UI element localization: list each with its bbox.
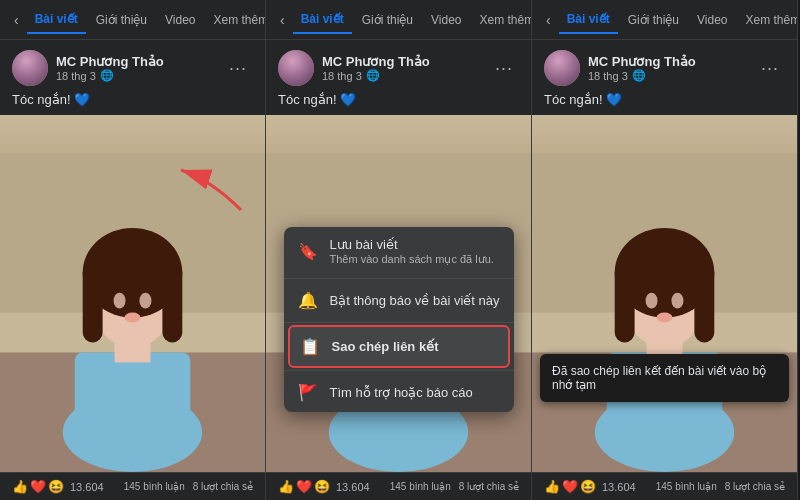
svg-rect-36 bbox=[694, 263, 714, 343]
share-count-1: 8 lượt chia sẻ bbox=[193, 481, 253, 492]
post-footer-3: 👍 ❤️ 😆 13.604 145 bình luận 8 lượt chia … bbox=[532, 472, 797, 500]
menu-item-report[interactable]: 🚩 Tìm hỗ trợ hoặc báo cáo bbox=[284, 373, 514, 412]
svg-rect-35 bbox=[615, 263, 635, 343]
globe-icon-3: 🌐 bbox=[632, 69, 646, 82]
svg-point-10 bbox=[114, 293, 126, 309]
post-info-3: MC Phương Thảo 18 thg 3 🌐 bbox=[588, 54, 755, 82]
post-date-1: 18 thg 3 bbox=[56, 70, 96, 82]
share-count-2: 8 lượt chia sẻ bbox=[459, 481, 519, 492]
menu-item-notify[interactable]: 🔔 Bật thông báo về bài viết này bbox=[284, 281, 514, 320]
copy-icon: 📋 bbox=[300, 337, 320, 356]
svg-point-12 bbox=[125, 313, 141, 323]
laugh-icon-1: 😆 bbox=[48, 479, 64, 494]
avatar-2 bbox=[278, 50, 314, 86]
heart-icon-1: ❤️ bbox=[30, 479, 46, 494]
flag-icon: 🚩 bbox=[298, 383, 318, 402]
post-header-1: MC Phương Thảo 18 thg 3 🌐 ··· bbox=[0, 40, 265, 92]
post-info-1: MC Phương Thảo 18 thg 3 🌐 bbox=[56, 54, 223, 82]
toast-notification: Đã sao chép liên kết đến bài viết vào bộ… bbox=[540, 354, 789, 402]
post-author-1: MC Phương Thảo bbox=[56, 54, 223, 69]
post-footer-1: 👍 ❤️ 😆 13.604 145 bình luận 8 lượt chia … bbox=[0, 472, 265, 500]
nav-tabs-2: ‹ Bài viết Giới thiệu Video Xem thêm ▾ 🔍 bbox=[266, 0, 531, 40]
laugh-icon-2: 😆 bbox=[314, 479, 330, 494]
tab-video-2[interactable]: Video bbox=[423, 7, 469, 33]
heart-icon-2: ❤️ bbox=[296, 479, 312, 494]
tab-gioiThieu-3[interactable]: Giới thiệu bbox=[620, 7, 687, 33]
svg-rect-4 bbox=[75, 352, 191, 452]
tab-baiViet-2[interactable]: Bài viết bbox=[293, 6, 352, 34]
svg-point-38 bbox=[671, 293, 683, 309]
menu-item-notify-title: Bật thông báo về bài viết này bbox=[330, 293, 500, 308]
menu-item-copy-content: Sao chép liên kết bbox=[332, 339, 498, 354]
comment-count-2: 145 bình luận bbox=[390, 481, 451, 492]
like-icon-2: 👍 bbox=[278, 479, 294, 494]
menu-item-copy-link[interactable]: 📋 Sao chép liên kết bbox=[288, 325, 510, 368]
reaction-icons-3: 👍 ❤️ 😆 13.604 bbox=[544, 479, 636, 494]
toast-text: Đã sao chép liên kết đến bài viết vào bộ… bbox=[552, 364, 766, 392]
tab-gioiThieu-2[interactable]: Giới thiệu bbox=[354, 7, 421, 33]
menu-divider-2 bbox=[284, 322, 514, 323]
post-text-1: Tóc ngắn! 💙 bbox=[0, 92, 265, 115]
share-count-3: 8 lượt chia sẻ bbox=[725, 481, 785, 492]
panel-2: ‹ Bài viết Giới thiệu Video Xem thêm ▾ 🔍… bbox=[266, 0, 532, 500]
tab-baiViet-3[interactable]: Bài viết bbox=[559, 6, 618, 34]
menu-item-save-title: Lưu bài viết bbox=[330, 237, 500, 252]
back-button-3[interactable]: ‹ bbox=[540, 8, 557, 32]
reaction-count-2: 13.604 bbox=[336, 481, 370, 493]
photo-area-1 bbox=[0, 115, 265, 472]
post-date-2: 18 thg 3 bbox=[322, 70, 362, 82]
heart-icon-3: ❤️ bbox=[562, 479, 578, 494]
menu-item-notify-content: Bật thông báo về bài viết này bbox=[330, 293, 500, 308]
more-button-1[interactable]: ··· bbox=[223, 54, 253, 83]
svg-rect-9 bbox=[162, 263, 182, 343]
post-info-2: MC Phương Thảo 18 thg 3 🌐 bbox=[322, 54, 489, 82]
post-stats-2: 145 bình luận 8 lượt chia sẻ bbox=[390, 481, 519, 492]
tab-gioiThieu-1[interactable]: Giới thiệu bbox=[88, 7, 155, 33]
like-icon-3: 👍 bbox=[544, 479, 560, 494]
svg-point-11 bbox=[139, 293, 151, 309]
like-icon-1: 👍 bbox=[12, 479, 28, 494]
post-date-3: 18 thg 3 bbox=[588, 70, 628, 82]
tab-xemThem-3[interactable]: Xem thêm ▾ bbox=[738, 7, 798, 33]
comment-count-3: 145 bình luận bbox=[656, 481, 717, 492]
panel-1: ‹ Bài viết Giới thiệu Video Xem thêm ▾ 🔍… bbox=[0, 0, 266, 500]
nav-tabs-1: ‹ Bài viết Giới thiệu Video Xem thêm ▾ 🔍 bbox=[0, 0, 265, 40]
more-button-3[interactable]: ··· bbox=[755, 54, 785, 83]
tab-video-3[interactable]: Video bbox=[689, 7, 735, 33]
menu-item-report-content: Tìm hỗ trợ hoặc báo cáo bbox=[330, 385, 500, 400]
avatar-1 bbox=[12, 50, 48, 86]
post-header-3: MC Phương Thảo 18 thg 3 🌐 ··· bbox=[532, 40, 797, 92]
globe-icon-2: 🌐 bbox=[366, 69, 380, 82]
comment-count-1: 145 bình luận bbox=[124, 481, 185, 492]
post-text-2: Tóc ngắn! 💙 bbox=[266, 92, 531, 115]
menu-divider-3 bbox=[284, 370, 514, 371]
svg-rect-8 bbox=[83, 263, 103, 343]
menu-item-report-title: Tìm hỗ trợ hoặc báo cáo bbox=[330, 385, 500, 400]
avatar-3 bbox=[544, 50, 580, 86]
menu-item-save[interactable]: 🔖 Lưu bài viết Thêm vào danh sách mục đã… bbox=[284, 227, 514, 276]
reaction-count-3: 13.604 bbox=[602, 481, 636, 493]
reaction-icons-1: 👍 ❤️ 😆 13.604 bbox=[12, 479, 104, 494]
back-button-2[interactable]: ‹ bbox=[274, 8, 291, 32]
tab-xemThem-1[interactable]: Xem thêm ▾ bbox=[206, 7, 266, 33]
photo-area-2: 🔖 Lưu bài viết Thêm vào danh sách mục đã… bbox=[266, 115, 531, 472]
context-menu: 🔖 Lưu bài viết Thêm vào danh sách mục đã… bbox=[284, 227, 514, 412]
globe-icon-1: 🌐 bbox=[100, 69, 114, 82]
svg-point-37 bbox=[646, 293, 658, 309]
more-button-2[interactable]: ··· bbox=[489, 54, 519, 83]
tab-baiViet-1[interactable]: Bài viết bbox=[27, 6, 86, 34]
nav-tabs-3: ‹ Bài viết Giới thiệu Video Xem thêm ▾ 🔍 bbox=[532, 0, 797, 40]
back-button-1[interactable]: ‹ bbox=[8, 8, 25, 32]
photo-area-3: Đã sao chép liên kết đến bài viết vào bộ… bbox=[532, 115, 797, 472]
post-text-3: Tóc ngắn! 💙 bbox=[532, 92, 797, 115]
post-meta-2: 18 thg 3 🌐 bbox=[322, 69, 489, 82]
menu-item-save-content: Lưu bài viết Thêm vào danh sách mục đã l… bbox=[330, 237, 500, 266]
post-meta-3: 18 thg 3 🌐 bbox=[588, 69, 755, 82]
post-stats-1: 145 bình luận 8 lượt chia sẻ bbox=[124, 481, 253, 492]
post-meta-1: 18 thg 3 🌐 bbox=[56, 69, 223, 82]
menu-item-save-subtitle: Thêm vào danh sách mục đã lưu. bbox=[330, 253, 500, 266]
tab-video-1[interactable]: Video bbox=[157, 7, 203, 33]
post-stats-3: 145 bình luận 8 lượt chia sẻ bbox=[656, 481, 785, 492]
reaction-count-1: 13.604 bbox=[70, 481, 104, 493]
tab-xemThem-2[interactable]: Xem thêm ▾ bbox=[472, 7, 532, 33]
